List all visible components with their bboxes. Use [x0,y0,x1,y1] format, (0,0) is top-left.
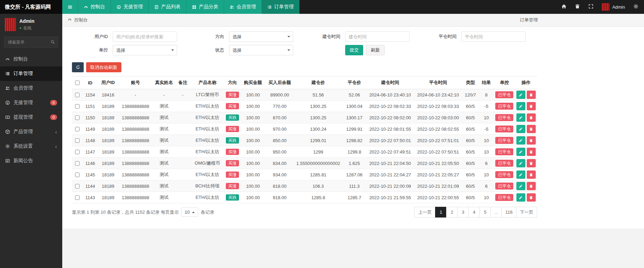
sidebar-item-news[interactable]: 新闻公告 [0,154,62,168]
delete-button[interactable] [527,148,536,156]
cell-account: 13888888888 [118,123,153,135]
delete-button[interactable] [527,159,536,167]
menu-toggle-button[interactable] [62,0,78,14]
direction-badge: 买涨 [226,172,239,178]
settings-gear-icon[interactable] [633,4,638,10]
refresh-button[interactable]: 刷新 [366,45,385,55]
row-checkbox[interactable] [75,173,80,177]
cell-remark [175,158,190,169]
row-checkbox[interactable] [75,93,80,97]
cell-open-time: 2022-10-21 22:00:09 [366,181,414,192]
cell-result: 10 [479,192,494,203]
cell-remark [175,169,190,181]
delete-button[interactable] [527,113,536,122]
submit-button[interactable]: 提交 [345,45,363,55]
direction-badge: 买涨 [226,92,239,98]
sidebar-item-settings[interactable]: 系统设置‹ [0,139,62,154]
cogs-icon [5,144,10,149]
top-menu: 控制台充值管理产品列表产品分类会员管理订单管理 [62,0,300,14]
cell-open-time: 2022-10-22 08:02:33 [366,101,414,112]
sidebar-menu: 控制台订单管理会员管理充值管理0提现管理0产品管理‹系统设置‹新闻公告 [0,52,62,168]
table-row: 11491818913888888888测试ETH/以太坊买涨100.00970… [72,123,537,135]
fullscreen-icon[interactable] [588,4,594,10]
row-checkbox[interactable] [75,150,80,154]
cell-user-id: 18189 [98,112,118,123]
edit-button[interactable] [516,148,525,156]
user-id-input[interactable] [113,31,177,42]
direction-badge: 买涨 [226,103,239,109]
next-page-button[interactable]: 下一页 [516,207,537,218]
edit-button[interactable] [516,182,525,190]
row-checkbox[interactable] [75,138,80,143]
count-badge: 0 [50,100,57,105]
table-toolbar: 取消自动刷新 [72,62,537,72]
count-badge: 0 [50,114,57,120]
topnav-item-product-category[interactable]: 产品分类 [186,0,224,14]
pencil-icon [519,161,523,165]
cell-id: 1150 [82,112,98,123]
cell-product: ETH/以太坊 [190,192,224,203]
cell-close-price: 111.3 [342,181,366,192]
trash-icon[interactable] [575,4,580,10]
home-icon[interactable] [561,4,567,10]
edit-button[interactable] [516,102,525,110]
edit-button[interactable] [516,193,525,202]
status-select[interactable]: 选择 [229,45,293,55]
sidebar-item-dashboard[interactable]: 控制台 [0,52,62,66]
cell-account: 13888888888 [118,192,153,203]
sidebar-item-orders[interactable]: 订单管理 [0,66,62,81]
delete-button[interactable] [527,182,536,190]
row-checkbox[interactable] [75,127,80,131]
edit-button[interactable] [516,159,525,167]
position-status-badge: 已平仓 [495,183,513,190]
open-time-input[interactable] [345,31,410,42]
page-button-5[interactable]: 5 [479,207,491,218]
delete-button[interactable] [527,102,536,110]
delete-button[interactable] [527,170,536,179]
page-button-116[interactable]: 116 [502,207,516,218]
sidebar-item-products[interactable]: 产品管理‹ [0,124,62,139]
topnav-item-orders[interactable]: 订单管理 [262,0,300,14]
topnav-item-members[interactable]: 会员管理 [224,0,262,14]
select-all-checkbox[interactable] [75,81,80,85]
delete-button[interactable] [527,136,536,145]
sidebar-item-withdraw[interactable]: 提现管理0 [0,110,62,124]
topnav-item-product-list[interactable]: 产品列表 [149,0,186,14]
sidebar-item-recharge[interactable]: 充值管理0 [0,95,62,110]
sidebar-item-members[interactable]: 会员管理 [0,81,62,95]
edit-button[interactable] [516,136,525,145]
edit-button[interactable] [516,170,525,179]
topnav-item-recharge[interactable]: 充值管理 [111,0,149,14]
delete-button[interactable] [527,193,536,202]
admin-menu[interactable]: Admin [602,3,625,11]
control-select[interactable]: 选择 [113,45,177,55]
prev-page-button[interactable]: 上一页 [414,207,435,218]
page-button-3[interactable]: 3 [457,207,469,218]
topnav-item-dashboard[interactable]: 控制台 [78,0,111,14]
delete-button[interactable] [527,125,536,133]
users-icon [5,86,10,91]
sidebar-search-input[interactable] [4,37,58,48]
close-time-input[interactable] [461,31,526,42]
cell-amount: 100.00 [240,146,265,158]
row-checkbox[interactable] [75,115,80,120]
row-checkbox[interactable] [75,184,80,188]
page-button-2[interactable]: 2 [446,207,458,218]
direction-select[interactable]: 选择 [229,31,293,42]
row-checkbox[interactable] [75,161,80,166]
page-size-select[interactable]: 10 [181,207,198,217]
edit-button[interactable] [516,125,525,133]
page-button-4[interactable]: 4 [468,207,480,218]
page-button-1[interactable]: 1 [435,207,447,218]
topnav-label: 产品分类 [199,4,218,10]
cell-open-time: 2022-10-21 22:04:50 [366,158,414,169]
edit-button[interactable] [516,113,525,122]
row-checkbox[interactable] [75,195,80,200]
row-checkbox[interactable] [75,104,80,109]
cell-user-id: 18189 [98,192,118,203]
edit-button[interactable] [516,91,525,99]
delete-button[interactable] [527,91,536,99]
reload-table-button[interactable] [72,62,84,72]
cancel-auto-refresh-button[interactable]: 取消自动刷新 [86,62,121,72]
search-icon [50,40,55,44]
